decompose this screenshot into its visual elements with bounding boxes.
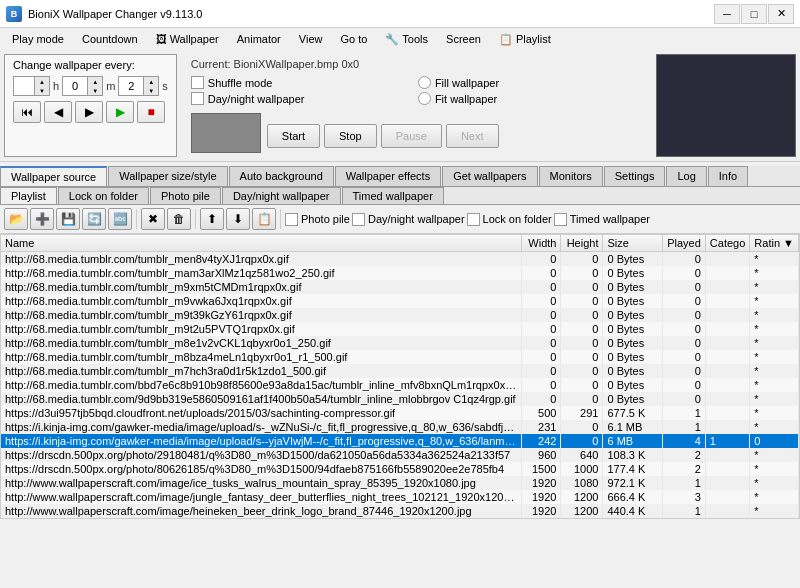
photopile-check-item[interactable]: Photo pile bbox=[285, 213, 350, 226]
shuffle-checkbox[interactable] bbox=[191, 76, 204, 89]
col-category[interactable]: Catego bbox=[705, 235, 749, 252]
col-width[interactable]: Width bbox=[521, 235, 561, 252]
tab-timed[interactable]: Timed wallpaper bbox=[342, 187, 444, 204]
table-row[interactable]: https://drscdn.500px.org/photo/29180481/… bbox=[1, 448, 799, 462]
table-row[interactable]: http://68.media.tumblr.com/tumblr_m9vwka… bbox=[1, 294, 799, 308]
col-played[interactable]: Played bbox=[663, 235, 706, 252]
fit-checkbox-item[interactable]: Fit wallpaper bbox=[418, 92, 642, 105]
table-row[interactable]: http://68.media.tumblr.com/9d9bb319e5860… bbox=[1, 392, 799, 406]
table-row[interactable]: http://68.media.tumblr.com/tumblr_mam3ar… bbox=[1, 266, 799, 280]
menu-animator[interactable]: Animator bbox=[229, 31, 289, 47]
col-size[interactable]: Size bbox=[603, 235, 663, 252]
maximize-button[interactable]: □ bbox=[741, 4, 767, 24]
prev-button[interactable]: ⏮ bbox=[13, 101, 41, 123]
seconds-input[interactable] bbox=[119, 77, 143, 95]
tab-wallpaper-source[interactable]: Wallpaper source bbox=[0, 166, 107, 186]
stop-button[interactable]: Stop bbox=[324, 124, 377, 148]
pl-refresh-button[interactable]: 🔄 bbox=[82, 208, 106, 230]
seconds-down-button[interactable]: ▼ bbox=[144, 86, 158, 95]
pl-clear-button[interactable]: 🗑 bbox=[167, 208, 191, 230]
minutes-input[interactable] bbox=[63, 77, 87, 95]
pl-add-button[interactable]: ➕ bbox=[30, 208, 54, 230]
lockon-checkbox[interactable] bbox=[467, 213, 480, 226]
table-row[interactable]: https://i.kinja-img.com/gawker-media/ima… bbox=[1, 434, 799, 448]
timed-checkbox[interactable] bbox=[554, 213, 567, 226]
minutes-up-button[interactable]: ▲ bbox=[88, 77, 102, 86]
hours-up-button[interactable]: ▲ bbox=[35, 77, 49, 86]
menu-playmode[interactable]: Play mode bbox=[4, 31, 72, 47]
hours-down-button[interactable]: ▼ bbox=[35, 86, 49, 95]
menu-playlist[interactable]: 📋 Playlist bbox=[491, 31, 559, 48]
tab-effects[interactable]: Wallpaper effects bbox=[335, 166, 441, 186]
menu-screen-label: Screen bbox=[446, 33, 481, 45]
tab-day-night[interactable]: Day/night wallpaper bbox=[222, 187, 341, 204]
fill-radio[interactable] bbox=[418, 76, 431, 89]
pause-button[interactable]: Pause bbox=[381, 124, 442, 148]
tab-size-style[interactable]: Wallpaper size/style bbox=[108, 166, 227, 186]
table-row[interactable]: http://68.media.tumblr.com/tumblr_m9t2u5… bbox=[1, 322, 799, 336]
col-name[interactable]: Name bbox=[1, 235, 521, 252]
tab-auto-background[interactable]: Auto background bbox=[229, 166, 334, 186]
table-row[interactable]: http://68.media.tumblr.com/tumblr_m7hch3… bbox=[1, 364, 799, 378]
daynight-checkbox[interactable] bbox=[191, 92, 204, 105]
menu-screen[interactable]: Screen bbox=[438, 31, 489, 47]
pl-move-down-button[interactable]: ⬇ bbox=[226, 208, 250, 230]
start-button[interactable]: Start bbox=[267, 124, 320, 148]
play-button[interactable]: ▶ bbox=[106, 101, 134, 123]
tab-photo-pile[interactable]: Photo pile bbox=[150, 187, 221, 204]
table-row[interactable]: http://www.wallpaperscraft.com/image/hei… bbox=[1, 504, 799, 518]
table-row[interactable]: http://68.media.tumblr.com/bbd7e6c8b910b… bbox=[1, 378, 799, 392]
tab-monitors[interactable]: Monitors bbox=[539, 166, 603, 186]
close-button[interactable]: ✕ bbox=[768, 4, 794, 24]
next-large-button[interactable]: Next bbox=[446, 124, 499, 148]
menu-tools[interactable]: 🔧 Tools bbox=[377, 31, 436, 48]
hours-input[interactable] bbox=[14, 77, 34, 95]
table-row[interactable]: https://drscdn.500px.org/photo/80626185/… bbox=[1, 462, 799, 476]
shuffle-checkbox-item[interactable]: Shuffle mode bbox=[191, 76, 415, 89]
menu-goto[interactable]: Go to bbox=[332, 31, 375, 47]
table-row[interactable]: https://d3ui957tjb5bqd.cloudfront.net/up… bbox=[1, 406, 799, 420]
tab-get-wallpapers[interactable]: Get wallpapers bbox=[442, 166, 537, 186]
next-button[interactable]: ▶ bbox=[75, 101, 103, 123]
minimize-button[interactable]: ─ bbox=[714, 4, 740, 24]
tab-info[interactable]: Info bbox=[708, 166, 748, 186]
pl-delete-button[interactable]: ✖ bbox=[141, 208, 165, 230]
pl-sort-button[interactable]: 🔤 bbox=[108, 208, 132, 230]
menu-countdown[interactable]: Countdown bbox=[74, 31, 146, 47]
pl-properties-button[interactable]: 📋 bbox=[252, 208, 276, 230]
lockon-check-item[interactable]: Lock on folder bbox=[467, 213, 552, 226]
fill-checkbox-item[interactable]: Fill wallpaper bbox=[418, 76, 642, 89]
table-row[interactable]: http://68.media.tumblr.com/tumblr_men8v4… bbox=[1, 252, 799, 267]
table-row[interactable]: http://www.wallpaperscraft.com/image/ice… bbox=[1, 476, 799, 490]
tab-log[interactable]: Log bbox=[666, 166, 706, 186]
table-row[interactable]: http://68.media.tumblr.com/tumblr_m9xm5t… bbox=[1, 280, 799, 294]
cell-width: 242 bbox=[521, 434, 561, 448]
daynight-pl-checkbox[interactable] bbox=[352, 213, 365, 226]
cell-size: 0 Bytes bbox=[603, 364, 663, 378]
minutes-down-button[interactable]: ▼ bbox=[88, 86, 102, 95]
tab-settings[interactable]: Settings bbox=[604, 166, 666, 186]
photopile-checkbox[interactable] bbox=[285, 213, 298, 226]
pl-open-button[interactable]: 📂 bbox=[4, 208, 28, 230]
stop-small-button[interactable]: ■ bbox=[137, 101, 165, 123]
pl-save-button[interactable]: 💾 bbox=[56, 208, 80, 230]
tab-lock-on-folder[interactable]: Lock on folder bbox=[58, 187, 149, 204]
col-rating[interactable]: Ratin ▼ bbox=[750, 235, 799, 252]
col-height[interactable]: Height bbox=[561, 235, 603, 252]
cell-played: 0 bbox=[663, 350, 706, 364]
pl-move-up-button[interactable]: ⬆ bbox=[200, 208, 224, 230]
fit-radio[interactable] bbox=[418, 92, 431, 105]
table-row[interactable]: https://i.kinja-img.com/gawker-media/ima… bbox=[1, 420, 799, 434]
tab-playlist[interactable]: Playlist bbox=[0, 187, 57, 204]
prev2-button[interactable]: ◀ bbox=[44, 101, 72, 123]
timed-check-item[interactable]: Timed wallpaper bbox=[554, 213, 650, 226]
table-row[interactable]: http://68.media.tumblr.com/tumblr_m8bza4… bbox=[1, 350, 799, 364]
daynight-checkbox-item[interactable]: Day/night wallpaper bbox=[191, 92, 415, 105]
menu-wallpaper[interactable]: 🖼 Wallpaper bbox=[148, 31, 227, 47]
seconds-up-button[interactable]: ▲ bbox=[144, 77, 158, 86]
table-row[interactable]: http://68.media.tumblr.com/tumblr_m8e1v2… bbox=[1, 336, 799, 350]
daynight-check-item[interactable]: Day/night wallpaper bbox=[352, 213, 465, 226]
table-row[interactable]: http://www.wallpaperscraft.com/image/jun… bbox=[1, 490, 799, 504]
table-row[interactable]: http://68.media.tumblr.com/tumblr_m9t39k… bbox=[1, 308, 799, 322]
menu-view[interactable]: View bbox=[291, 31, 331, 47]
